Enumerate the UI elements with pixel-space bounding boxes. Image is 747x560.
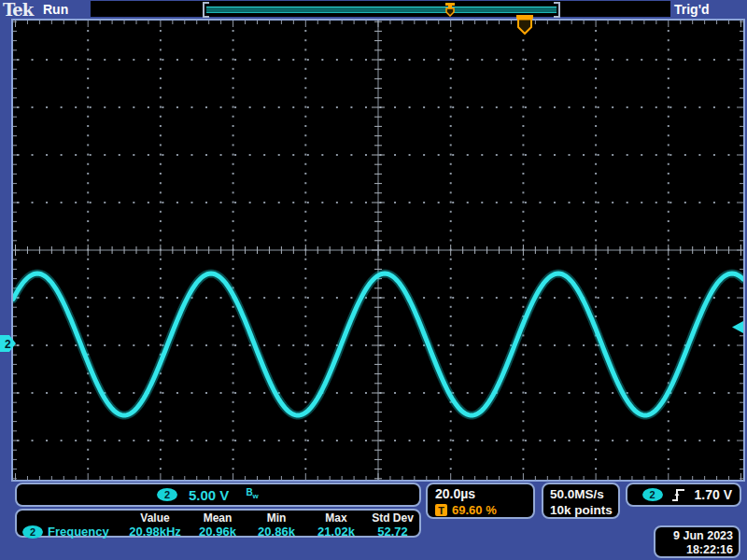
- channel2-position-marker[interactable]: 2: [0, 334, 17, 353]
- record-trigger-position-icon[interactable]: [444, 3, 456, 17]
- measurement-row: 2 Frequency 20.98kHz 20.96k 20.86k 21.02…: [17, 525, 419, 538]
- top-status-bar: Tek Run Trig'd: [0, 0, 747, 19]
- measurement-stddev: 52.72: [366, 525, 419, 539]
- trigger-source-badge: 2: [642, 488, 663, 501]
- channel2-badge: 2: [157, 488, 177, 501]
- trigger-position-percent: 69.60 %: [452, 503, 497, 517]
- record-waveform-band: [206, 7, 557, 13]
- time-label: 18:22:16: [661, 543, 733, 557]
- volts-per-div: 5.00 V: [189, 487, 229, 503]
- acquisition-readout: 50.0MS/s 10k points: [542, 483, 620, 519]
- measurement-max: 21.02k: [306, 525, 366, 539]
- col-header-value: Value: [121, 511, 189, 525]
- measurement-value: 20.98kHz: [121, 525, 189, 539]
- graticule: [11, 19, 745, 482]
- col-header-mean: Mean: [189, 511, 247, 525]
- trigger-status: Trig'd: [674, 2, 710, 17]
- channel-readout: 2 5.00 V Bw: [15, 483, 421, 507]
- measurement-min: 20.86k: [247, 525, 306, 539]
- col-header-min: Min: [247, 511, 306, 525]
- trigger-level-value: 1.70 V: [695, 487, 732, 502]
- record-length: 10k points: [550, 502, 612, 518]
- trigger-readout: 2 1.70 V: [626, 483, 741, 507]
- record-view-bar: [91, 1, 670, 17]
- oscilloscope-screen: Tek Run Trig'd 2 2 5.00: [0, 0, 747, 560]
- acquisition-status: Run: [43, 2, 68, 17]
- col-header-stddev: Std Dev: [366, 511, 419, 525]
- horizontal-readout: 20.0µs T 69.60 %: [426, 483, 535, 519]
- measurement-mean: 20.96k: [189, 525, 247, 539]
- trigger-position-flag-icon[interactable]: [514, 15, 535, 35]
- date-label: 9 Jun 2023: [661, 529, 733, 543]
- svg-text:2: 2: [5, 338, 11, 351]
- measurement-header-row: Value Mean Min Max Std Dev: [17, 511, 419, 525]
- datetime-readout: 9 Jun 2023 18:22:16: [654, 525, 740, 558]
- sample-rate: 50.0MS/s: [550, 486, 612, 502]
- record-window-right-bracket-icon: [554, 2, 560, 18]
- tek-logo: Tek: [3, 0, 33, 20]
- bandwidth-limit-icon: Bw: [246, 488, 258, 501]
- measurement-name: Frequency: [48, 525, 109, 539]
- rising-edge-slope-icon: [671, 488, 686, 502]
- time-per-div: 20.0µs: [435, 486, 526, 501]
- trigger-t-icon: T: [435, 504, 447, 516]
- measurement-table: Value Mean Min Max Std Dev 2 Frequency 2…: [15, 509, 421, 538]
- col-header-max: Max: [306, 511, 366, 525]
- waveform-display: [13, 21, 743, 480]
- measurement-channel-badge: 2: [22, 525, 43, 539]
- trigger-level-marker-icon[interactable]: [731, 321, 744, 334]
